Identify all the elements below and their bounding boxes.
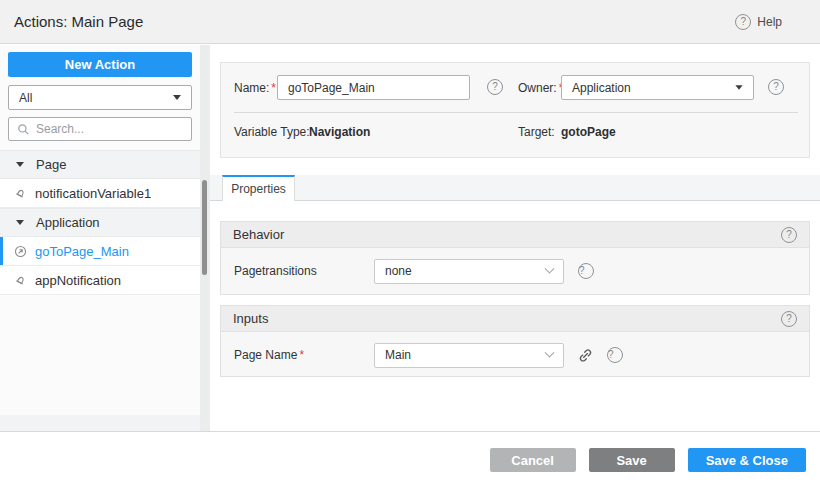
- pagetransitions-select-value: none: [385, 264, 412, 278]
- save-and-close-button[interactable]: Save & Close: [688, 448, 806, 472]
- chevron-down-icon: [16, 220, 24, 225]
- pagetransitions-select[interactable]: none: [374, 259, 564, 284]
- horizontal-scrollbar-track[interactable]: [0, 415, 200, 431]
- filter-dropdown-value: All: [19, 91, 32, 105]
- chevron-down-icon: [735, 85, 742, 90]
- inputs-section-title: Inputs: [233, 311, 268, 326]
- search-input[interactable]: [36, 122, 183, 136]
- cancel-button[interactable]: Cancel: [490, 448, 576, 472]
- notification-icon: [14, 187, 27, 200]
- tab-properties[interactable]: Properties: [222, 175, 295, 201]
- target-value: gotoPage: [561, 125, 616, 139]
- inputs-section-header: Inputs ?: [221, 306, 809, 332]
- new-action-button[interactable]: New Action: [8, 52, 192, 77]
- save-button[interactable]: Save: [589, 448, 675, 472]
- dialog-footer: Cancel Save Save & Close: [0, 431, 820, 488]
- action-detail-panel: Name:* ? Owner:* Application ? Variable …: [210, 45, 820, 431]
- page-name-select-value: Main: [385, 348, 411, 362]
- tree-item-label: notificationVariable1: [35, 186, 151, 201]
- actions-tree: Page notificationVariable1 Application g…: [0, 150, 200, 295]
- search-box[interactable]: [8, 117, 192, 141]
- tab-bar: Properties: [210, 175, 820, 201]
- vertical-scrollbar-thumb[interactable]: [202, 180, 207, 275]
- dialog-header: Actions: Main Page ? Help: [0, 0, 820, 44]
- tree-item-label: goToPage_Main: [35, 244, 129, 259]
- name-input[interactable]: [277, 75, 470, 100]
- variable-type-value: Navigation: [309, 125, 370, 139]
- tree-item-appnotification[interactable]: appNotification: [0, 266, 200, 295]
- tree-group-page[interactable]: Page: [0, 150, 200, 179]
- required-asterisk: *: [271, 81, 276, 95]
- divider: [234, 112, 798, 113]
- owner-label: Owner:*: [518, 81, 563, 95]
- inputs-section: Inputs ? Page Name* Main ?: [220, 305, 810, 377]
- actions-sidebar: New Action All Page notificationVariable…: [0, 45, 200, 431]
- behavior-help-icon[interactable]: ?: [781, 227, 797, 243]
- page-name-select[interactable]: Main: [374, 343, 564, 368]
- owner-select-value: Application: [572, 81, 631, 95]
- chevron-down-icon: [545, 347, 555, 357]
- behavior-section: Behavior ? Pagetransitions none ?: [220, 221, 810, 295]
- inputs-help-icon[interactable]: ?: [781, 311, 797, 327]
- tree-item-gotopage-main[interactable]: goToPage_Main: [0, 237, 200, 266]
- bind-link-icon[interactable]: [578, 348, 593, 363]
- tree-group-label: Page: [36, 157, 66, 172]
- chevron-down-icon: [173, 95, 181, 100]
- tree-group-application[interactable]: Application: [0, 208, 200, 237]
- variable-type-label: Variable Type:: [234, 125, 310, 139]
- notification-icon: [14, 274, 27, 287]
- filter-dropdown[interactable]: All: [8, 85, 192, 110]
- pagetransitions-help-icon[interactable]: ?: [578, 263, 594, 279]
- page-title: Actions: Main Page: [0, 13, 143, 30]
- tree-group-label: Application: [36, 215, 100, 230]
- name-label: Name:*: [234, 81, 276, 95]
- pagetransitions-label: Pagetransitions: [234, 264, 374, 278]
- goto-page-icon: [14, 245, 27, 258]
- chevron-down-icon: [545, 263, 555, 273]
- tree-item-notificationvariable1[interactable]: notificationVariable1: [0, 179, 200, 208]
- help-button[interactable]: ? Help: [735, 0, 782, 44]
- owner-select[interactable]: Application: [561, 75, 754, 100]
- target-label: Target:: [518, 125, 555, 139]
- required-asterisk: *: [299, 348, 304, 362]
- name-help-icon[interactable]: ?: [487, 79, 503, 95]
- page-name-label: Page Name*: [234, 348, 374, 362]
- behavior-section-title: Behavior: [233, 227, 284, 242]
- page-name-help-icon[interactable]: ?: [607, 347, 623, 363]
- tree-item-label: appNotification: [35, 273, 121, 288]
- action-summary-panel: Name:* ? Owner:* Application ? Variable …: [220, 62, 810, 158]
- vertical-scrollbar-track[interactable]: [200, 45, 210, 431]
- help-label: Help: [757, 15, 782, 29]
- behavior-section-header: Behavior ?: [221, 222, 809, 248]
- search-icon: [17, 123, 30, 136]
- help-icon[interactable]: ?: [735, 14, 751, 30]
- owner-help-icon[interactable]: ?: [768, 79, 784, 95]
- chevron-down-icon: [16, 162, 24, 167]
